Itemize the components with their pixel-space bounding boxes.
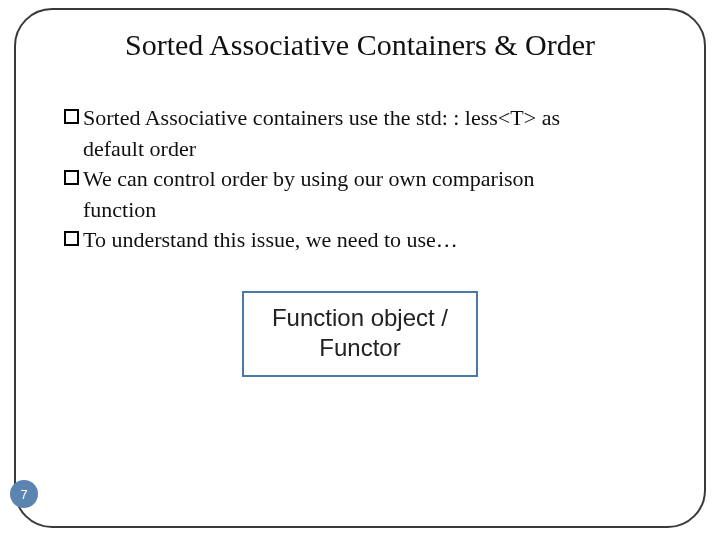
bullet-continuation: default order bbox=[83, 135, 656, 164]
page-number-badge: 7 bbox=[10, 480, 38, 508]
list-item: We can control order by using our own co… bbox=[64, 165, 656, 194]
list-item: To understand this issue, we need to use… bbox=[64, 226, 656, 255]
bullet-text: To understand this issue, we need to use… bbox=[83, 226, 656, 255]
callout-line: Function object / bbox=[272, 303, 448, 333]
bullet-text: Sorted Associative containers use the st… bbox=[83, 104, 656, 133]
bullet-text: We can control order by using our own co… bbox=[83, 165, 656, 194]
list-item: Sorted Associative containers use the st… bbox=[64, 104, 656, 133]
square-bullet-icon bbox=[64, 231, 79, 246]
callout-line: Functor bbox=[272, 333, 448, 363]
square-bullet-icon bbox=[64, 170, 79, 185]
square-bullet-icon bbox=[64, 109, 79, 124]
callout-box: Function object / Functor bbox=[242, 291, 478, 377]
callout-container: Function object / Functor bbox=[16, 291, 704, 377]
bullet-list: Sorted Associative containers use the st… bbox=[64, 104, 656, 255]
bullet-continuation: function bbox=[83, 196, 656, 225]
slide-frame: Sorted Associative Containers & Order So… bbox=[14, 8, 706, 528]
slide-title: Sorted Associative Containers & Order bbox=[16, 28, 704, 62]
